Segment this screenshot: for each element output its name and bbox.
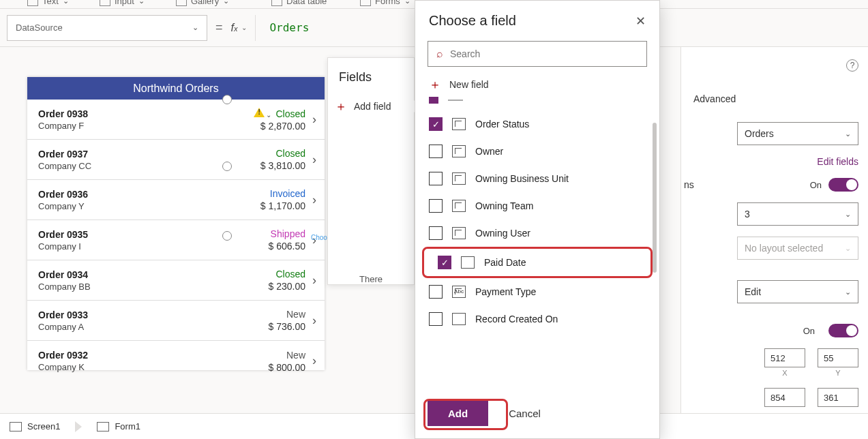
- datasource-select[interactable]: Orders⌄: [737, 122, 858, 145]
- checkbox-checked[interactable]: ✓: [429, 117, 443, 131]
- field-list[interactable]: ✓Order Status Owner Owning Business Unit…: [415, 108, 659, 391]
- tab-advanced[interactable]: Advanced: [680, 93, 745, 111]
- property-selector[interactable]: DataSource ⌄: [7, 15, 207, 41]
- chevron-right-icon[interactable]: ›: [312, 314, 316, 328]
- field-option[interactable]: Owning User: [415, 220, 659, 247]
- form-icon: [97, 422, 109, 432]
- list-item: Order 0936Company YInvoiced$ 1,170.00›: [27, 180, 325, 220]
- chevron-right-icon[interactable]: ›: [312, 112, 316, 127]
- field-option[interactable]: ✓Order Status: [415, 110, 659, 138]
- chevron-right-icon[interactable]: ›: [312, 193, 316, 207]
- snap-toggle[interactable]: [828, 178, 858, 192]
- resize-handle[interactable]: [222, 231, 232, 241]
- lookup-icon: [452, 200, 466, 212]
- checkbox[interactable]: [429, 312, 443, 326]
- equals-sign: =: [215, 20, 223, 35]
- fields-empty-hint: There: [328, 247, 414, 284]
- add-button[interactable]: Add: [428, 401, 488, 426]
- chevron-right-icon[interactable]: ›: [312, 354, 316, 368]
- lookup-icon: [452, 145, 466, 157]
- field-option[interactable]: Owning Business Unit: [415, 165, 659, 192]
- edit-fields-link[interactable]: Edit fields: [817, 156, 858, 167]
- search-icon: ⌕: [436, 48, 443, 60]
- warning-icon: [254, 108, 265, 117]
- layout-select: No layout selected⌄: [737, 237, 858, 260]
- plus-icon: ＋: [429, 76, 441, 93]
- date-icon: [461, 256, 475, 269]
- field-option[interactable]: Owning Team: [415, 192, 659, 220]
- breadcrumb-screen[interactable]: Screen1: [10, 421, 60, 432]
- properties-pane: ? Advanced Orders⌄ Edit fields nsOn 3⌄ N…: [680, 47, 868, 413]
- search-input[interactable]: [450, 48, 638, 59]
- checkbox[interactable]: [429, 172, 443, 185]
- plus-icon: ＋: [335, 98, 347, 115]
- app-title: Northwind Orders: [27, 77, 325, 100]
- lookup-icon: [452, 118, 466, 130]
- chevron-right-icon[interactable]: ›: [312, 273, 316, 288]
- columns-select[interactable]: 3⌄: [737, 202, 858, 226]
- new-field-button[interactable]: ＋ New field: [415, 67, 659, 97]
- list-item: Order 0937Company CCClosed$ 3,810.00›: [27, 140, 325, 180]
- fields-pane: Fields ＋ Add field There: [327, 57, 415, 285]
- screen-icon: [10, 422, 22, 432]
- add-field-button[interactable]: ＋ Add field: [328, 93, 414, 124]
- list-item: Order 0933Company ANew$ 736.00›: [27, 301, 325, 341]
- resize-handle[interactable]: [222, 95, 232, 104]
- orders-gallery[interactable]: Order 0938Company F⌄Closed$ 2,870.00› Or…: [27, 100, 325, 381]
- field-search[interactable]: ⌕: [428, 41, 647, 67]
- breadcrumb-form[interactable]: Form1: [97, 421, 140, 432]
- scrollbar[interactable]: [653, 123, 657, 273]
- lookup-icon: [452, 172, 466, 185]
- list-item: Order 0935Company IShipped$ 606.50›: [27, 220, 325, 260]
- chevron-right-icon[interactable]: ›: [312, 153, 316, 167]
- checkbox[interactable]: [429, 226, 443, 240]
- checkbox-checked[interactable]: ✓: [438, 256, 451, 269]
- list-item: Order 0938Company F⌄Closed$ 2,870.00›: [27, 100, 325, 140]
- list-item: Order 0932Company KNew$ 800.00›: [27, 341, 325, 381]
- x-input[interactable]: 512: [764, 348, 805, 367]
- field-option[interactable]: Owner: [415, 138, 659, 165]
- visible-toggle[interactable]: [828, 324, 858, 337]
- w-input[interactable]: 854: [764, 388, 805, 407]
- field-option[interactable]: Record Created On: [415, 305, 659, 333]
- mode-select[interactable]: Edit⌄: [737, 280, 858, 303]
- resize-handle[interactable]: [222, 162, 232, 171]
- fx-button[interactable]: fx⌄: [231, 15, 256, 41]
- checkbox[interactable]: [429, 145, 443, 158]
- text-icon: Abc: [452, 286, 466, 298]
- lookup-icon: [452, 227, 466, 239]
- field-option[interactable]: AbcPayment Type: [415, 278, 659, 305]
- list-item: Order 0934Company BBClosed$ 230.00›: [27, 260, 325, 301]
- checkbox[interactable]: [429, 199, 443, 213]
- close-icon[interactable]: ✕: [635, 14, 646, 29]
- canvas-hint: Choo: [311, 234, 327, 241]
- chevron-right-icon: [75, 421, 82, 432]
- chevron-down-icon: ⌄: [192, 23, 198, 32]
- dialog-title: Choose a field: [429, 13, 516, 29]
- choose-field-dialog: Choose a field ✕ ⌕ ＋ New field ✓Order St…: [415, 0, 660, 439]
- checkbox[interactable]: [429, 285, 443, 299]
- formula-value[interactable]: Orders: [264, 21, 309, 34]
- field-option-paid-date[interactable]: ✓Paid Date: [422, 247, 653, 278]
- y-input[interactable]: 55: [818, 348, 858, 367]
- field-group-stub: [415, 97, 659, 108]
- property-name: DataSource: [16, 22, 63, 33]
- h-input[interactable]: 361: [818, 388, 858, 407]
- date-icon: [452, 313, 466, 325]
- app-preview[interactable]: Northwind Orders Order 0938Company F⌄Clo…: [27, 77, 325, 370]
- fields-title: Fields: [328, 58, 414, 93]
- cancel-button[interactable]: Cancel: [509, 408, 541, 419]
- help-icon[interactable]: ?: [846, 59, 858, 72]
